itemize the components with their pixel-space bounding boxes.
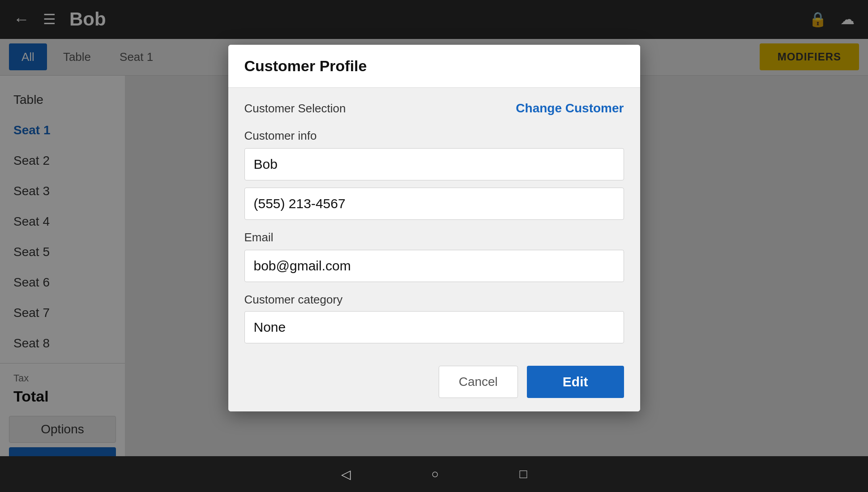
email-section: Email xyxy=(244,231,624,282)
customer-selection-header: Customer Selection Change Customer xyxy=(244,101,624,116)
cancel-button[interactable]: Cancel xyxy=(439,366,518,398)
dialog-title-bar: Customer Profile xyxy=(228,45,640,88)
android-back-button[interactable]: ◁ xyxy=(341,467,351,482)
change-customer-button[interactable]: Change Customer xyxy=(516,101,624,116)
category-section: Customer category None xyxy=(244,293,624,343)
customer-phone-input[interactable] xyxy=(244,188,624,220)
customer-name-input[interactable] xyxy=(244,148,624,180)
android-bar: ◁ ○ □ xyxy=(0,456,868,492)
edit-button[interactable]: Edit xyxy=(527,366,624,398)
category-label: Customer category xyxy=(244,293,624,307)
dialog-title: Customer Profile xyxy=(244,57,367,74)
dialog-footer: Cancel Edit xyxy=(228,357,640,411)
modal-overlay: Customer Profile Customer Selection Chan… xyxy=(0,0,868,456)
customer-info-fields xyxy=(244,148,624,220)
customer-selection-label: Customer Selection xyxy=(244,102,346,116)
email-input[interactable] xyxy=(244,250,624,282)
customer-info-label: Customer info xyxy=(244,129,624,143)
customer-profile-dialog: Customer Profile Customer Selection Chan… xyxy=(228,45,640,411)
category-value[interactable]: None xyxy=(244,311,624,343)
customer-info-section: Customer info xyxy=(244,129,624,220)
email-label: Email xyxy=(244,231,624,244)
android-recent-button[interactable]: □ xyxy=(520,467,527,481)
dialog-body: Customer Selection Change Customer Custo… xyxy=(228,88,640,357)
android-home-button[interactable]: ○ xyxy=(432,467,439,481)
